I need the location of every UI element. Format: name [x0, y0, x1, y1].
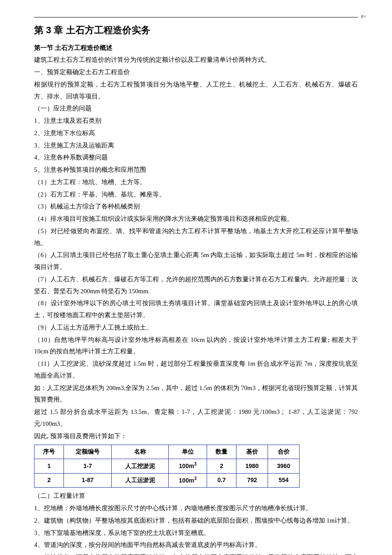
section-heading: 第一节 土石方工程造价概述	[34, 42, 358, 54]
paragraph: 2、注意地下水位标高	[34, 127, 358, 139]
paragraph: 5、放坡起点：混凝土垫层由垫层底面开始放坡，灰土垫层由垫层上表面开始放坡，无垫层…	[34, 552, 358, 555]
paragraph: 5、注意各种预算项目的概念和应用范围	[34, 164, 358, 176]
page-mark: #+	[361, 12, 366, 21]
paragraph: 建筑工程土石方工程造价的计算分为传统的定额计价以及工程量清单计价两种方式。	[34, 54, 358, 66]
paragraph: （5）对已经做竖向布置挖、填、找平和管道沟的土方工程不计算平整场地，地基土方大开…	[34, 225, 358, 249]
top-rule	[34, 17, 358, 17]
paragraph: （11）人工挖淤泥、流砂深度超过 1.5m 时，超过部分工程量按垂直深度每 1m…	[34, 358, 358, 382]
table-cell: 792	[236, 473, 268, 488]
paragraph: （6）人工回填土项目已经包括了取土重心至填土重心距离 5m 内取土运输，如实际取…	[34, 249, 358, 273]
paragraph: （2）石方工程：平基、沟槽、基坑、摊座等。	[34, 189, 358, 201]
paragraph: （4）排水项目可按施工组织设计或实际采用的降水方法来确定预算项目和选择相应的定额…	[34, 213, 358, 225]
table-header-cell: 单位	[169, 445, 207, 459]
table-cell: 1-87	[64, 473, 112, 488]
table-cell: 人工挖淤泥	[112, 459, 169, 474]
paragraph: （一）应注意的问题	[34, 103, 358, 115]
table-header-cell: 序号	[35, 445, 64, 459]
table-cell: 3960	[268, 459, 300, 474]
table-cell: 1-7	[64, 459, 112, 474]
table-header-cell: 名称	[112, 445, 169, 459]
paragraph: （7）人工石方、机械石方、爆破石方等工程，允许的超挖范围内的石方数量计算在石方工…	[34, 274, 358, 298]
table-cell: 人工运淤泥	[112, 473, 169, 488]
table-header-cell: 合价	[268, 445, 300, 459]
table-cell: 1980	[236, 459, 268, 474]
table-row: 21-87人工运淤泥100m30.7792554	[35, 473, 300, 488]
paragraph: （9）人工运土方适用于人工挑土或抬土。	[34, 322, 358, 334]
paragraph: 根据现行的预算定额，土石方工程预算项目分为场地平整、人工挖土、机械挖土、人工石方…	[34, 79, 358, 103]
paragraph: 4、注意各种系数调整问题	[34, 152, 358, 164]
paragraph: （二）工程量计算	[34, 490, 358, 502]
table-header-cell: 基价	[236, 445, 268, 459]
paragraph: 2、建筑物（构筑物）平整场地按其底面积计算，包括有基础的底层阳台面积，围墙按中心…	[34, 515, 358, 527]
table-body: 11-7人工挖淤泥100m321980396021-87人工运淤泥100m30.…	[35, 459, 300, 488]
paragraph: （3）机械运土方综合了各种机械类别	[34, 201, 358, 213]
table-header-row: 序号定额编号名称单位数量基价合价	[35, 445, 300, 459]
table-cell: 100m3	[169, 473, 207, 488]
after-table-paragraphs: （二）工程量计算1、挖地槽：外墙地槽长度按图示尺寸的中心线计算，内墙地槽长度按图…	[34, 490, 358, 555]
paragraph: （10）自然地坪平均标高与设计室外地坪标高相差在 10cm 以内的，按设计室外地…	[34, 334, 358, 358]
paragraph: 4、管道沟的深度，按分段间的地面平均自然标高减去管道底皮的平均标高计算。	[34, 539, 358, 551]
table-cell: 1	[35, 459, 64, 474]
table-row: 11-7人工挖淤泥100m3219803960	[35, 459, 300, 474]
paragraph: （1）土方工程：地坑、地槽、土方等。	[34, 176, 358, 188]
table-header-cell: 数量	[207, 445, 236, 459]
table-cell: 100m3	[169, 459, 207, 474]
paragraph: 3、地下室墙基地槽深度，系从地下室的挖土坑底计算至槽底。	[34, 527, 358, 539]
paragraph: 如：人工挖淤泥总体积为 200m3,全深为 2.5m，其中，超过 1.5m 的体…	[34, 382, 358, 406]
paragraph: 因此, 预算项目及费用计算如下：	[34, 431, 358, 442]
paragraph: 超过 1.5 部分折合成水平运距为 13.5m。查定额：1-7，人工挖淤泥：19…	[34, 406, 358, 430]
budget-table: 序号定额编号名称单位数量基价合价 11-7人工挖淤泥100m3219803960…	[34, 445, 300, 488]
table-cell: 554	[268, 473, 300, 488]
table-cell: 2	[207, 459, 236, 474]
paragraph: 3、注意施工方法及运输距离	[34, 140, 358, 152]
paragraph: 一、预算定额确定土石方工程造价	[34, 66, 358, 78]
paragraph: 1、挖地槽：外墙地槽长度按图示尺寸的中心线计算，内墙地槽长度按图示尺寸的地槽净长…	[34, 503, 358, 515]
body-paragraphs: 建筑工程土石方工程造价的计算分为传统的定额计价以及工程量清单计价两种方式。一、预…	[34, 54, 358, 442]
table-cell: 2	[35, 473, 64, 488]
paragraph: （8）设计室外地坪以下的房心填土可按回填土夯填项目计算。满堂基础室内回填土及设计…	[34, 298, 358, 321]
table-header-cell: 定额编号	[64, 445, 112, 459]
chapter-title: 第 3 章 土石方工程造价实务	[34, 22, 358, 39]
paragraph: 1、注意土壤及岩石类别	[34, 115, 358, 127]
table-cell: 0.7	[207, 473, 236, 488]
